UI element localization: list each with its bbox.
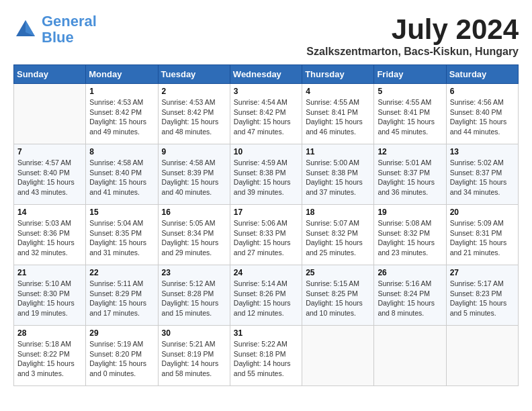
weekday-header-thursday: Thursday bbox=[302, 65, 374, 84]
day-info: Sunrise: 4:53 AMSunset: 8:42 PMDaylight:… bbox=[162, 97, 226, 137]
day-info: Sunrise: 5:21 AMSunset: 8:19 PMDaylight:… bbox=[162, 339, 226, 379]
calendar-cell bbox=[374, 326, 446, 386]
month-title: July 2024 bbox=[306, 13, 519, 46]
day-number: 3 bbox=[234, 87, 298, 96]
calendar-cell: 13Sunrise: 5:02 AMSunset: 8:37 PMDayligh… bbox=[446, 144, 518, 205]
day-info: Sunrise: 5:19 AMSunset: 8:20 PMDaylight:… bbox=[89, 339, 154, 379]
day-number: 16 bbox=[162, 208, 226, 217]
day-number: 17 bbox=[234, 208, 298, 217]
week-row-5: 28Sunrise: 5:18 AMSunset: 8:22 PMDayligh… bbox=[14, 326, 519, 386]
day-info: Sunrise: 5:11 AMSunset: 8:29 PMDaylight:… bbox=[89, 279, 154, 318]
day-info: Sunrise: 4:59 AMSunset: 8:38 PMDaylight:… bbox=[234, 158, 298, 197]
week-row-3: 14Sunrise: 5:03 AMSunset: 8:36 PMDayligh… bbox=[14, 205, 519, 265]
weekday-header-saturday: Saturday bbox=[446, 65, 518, 84]
weekday-header-tuesday: Tuesday bbox=[158, 65, 230, 84]
day-number: 6 bbox=[450, 87, 515, 96]
calendar-cell bbox=[446, 326, 518, 386]
day-info: Sunrise: 4:55 AMSunset: 8:41 PMDaylight:… bbox=[306, 97, 370, 137]
calendar-cell: 15Sunrise: 5:04 AMSunset: 8:35 PMDayligh… bbox=[86, 205, 158, 265]
calendar-cell: 18Sunrise: 5:07 AMSunset: 8:32 PMDayligh… bbox=[302, 205, 374, 265]
calendar-cell: 17Sunrise: 5:06 AMSunset: 8:33 PMDayligh… bbox=[230, 205, 302, 265]
day-number: 10 bbox=[234, 147, 298, 156]
day-number: 23 bbox=[162, 268, 226, 277]
weekday-header-row: SundayMondayTuesdayWednesdayThursdayFrid… bbox=[14, 65, 519, 84]
day-number: 13 bbox=[450, 147, 515, 156]
page-header: General Blue July 2024 Szalkszentmarton,… bbox=[13, 13, 519, 58]
day-info: Sunrise: 5:03 AMSunset: 8:36 PMDaylight:… bbox=[17, 218, 82, 258]
day-number: 31 bbox=[234, 328, 298, 338]
day-info: Sunrise: 5:16 AMSunset: 8:24 PMDaylight:… bbox=[378, 279, 442, 318]
calendar-cell: 28Sunrise: 5:18 AMSunset: 8:22 PMDayligh… bbox=[14, 326, 86, 386]
day-number: 11 bbox=[306, 147, 370, 156]
week-row-2: 7Sunrise: 4:57 AMSunset: 8:40 PMDaylight… bbox=[14, 144, 519, 205]
day-number: 25 bbox=[306, 268, 370, 277]
calendar-cell: 7Sunrise: 4:57 AMSunset: 8:40 PMDaylight… bbox=[14, 144, 86, 205]
logo-icon bbox=[13, 17, 38, 42]
day-info: Sunrise: 4:57 AMSunset: 8:40 PMDaylight:… bbox=[17, 158, 82, 197]
day-info: Sunrise: 5:01 AMSunset: 8:37 PMDaylight:… bbox=[378, 158, 442, 197]
logo-text: General bbox=[42, 13, 97, 30]
calendar-cell: 14Sunrise: 5:03 AMSunset: 8:36 PMDayligh… bbox=[14, 205, 86, 265]
title-block: July 2024 Szalkszentmarton, Bacs-Kiskun,… bbox=[306, 13, 519, 58]
calendar-cell bbox=[302, 326, 374, 386]
day-number: 19 bbox=[378, 208, 442, 217]
calendar-cell: 25Sunrise: 5:15 AMSunset: 8:25 PMDayligh… bbox=[302, 265, 374, 326]
calendar-cell: 19Sunrise: 5:08 AMSunset: 8:32 PMDayligh… bbox=[374, 205, 446, 265]
day-info: Sunrise: 5:18 AMSunset: 8:22 PMDaylight:… bbox=[17, 339, 82, 379]
calendar-table: SundayMondayTuesdayWednesdayThursdayFrid… bbox=[13, 64, 519, 386]
calendar-cell: 12Sunrise: 5:01 AMSunset: 8:37 PMDayligh… bbox=[374, 144, 446, 205]
logo: General Blue bbox=[13, 13, 97, 46]
calendar-cell: 24Sunrise: 5:14 AMSunset: 8:26 PMDayligh… bbox=[230, 265, 302, 326]
calendar-cell: 31Sunrise: 5:22 AMSunset: 8:18 PMDayligh… bbox=[230, 326, 302, 386]
calendar-cell: 30Sunrise: 5:21 AMSunset: 8:19 PMDayligh… bbox=[158, 326, 230, 386]
day-number: 2 bbox=[162, 87, 226, 96]
day-number: 1 bbox=[89, 87, 154, 96]
day-info: Sunrise: 4:55 AMSunset: 8:41 PMDaylight:… bbox=[378, 97, 442, 137]
day-number: 8 bbox=[89, 147, 154, 156]
calendar-cell: 2Sunrise: 4:53 AMSunset: 8:42 PMDaylight… bbox=[158, 84, 230, 144]
day-number: 5 bbox=[378, 87, 442, 96]
calendar-cell: 26Sunrise: 5:16 AMSunset: 8:24 PMDayligh… bbox=[374, 265, 446, 326]
day-number: 14 bbox=[17, 208, 82, 217]
day-number: 29 bbox=[89, 328, 154, 338]
week-row-1: 1Sunrise: 4:53 AMSunset: 8:42 PMDaylight… bbox=[14, 84, 519, 144]
day-info: Sunrise: 5:04 AMSunset: 8:35 PMDaylight:… bbox=[89, 218, 154, 258]
location-title: Szalkszentmarton, Bacs-Kiskun, Hungary bbox=[306, 46, 519, 58]
day-number: 22 bbox=[89, 268, 154, 277]
weekday-header-monday: Monday bbox=[86, 65, 158, 84]
day-info: Sunrise: 4:56 AMSunset: 8:40 PMDaylight:… bbox=[450, 97, 515, 137]
calendar-cell: 3Sunrise: 4:54 AMSunset: 8:42 PMDaylight… bbox=[230, 84, 302, 144]
day-info: Sunrise: 5:07 AMSunset: 8:32 PMDaylight:… bbox=[306, 218, 370, 258]
day-info: Sunrise: 5:02 AMSunset: 8:37 PMDaylight:… bbox=[450, 158, 515, 197]
day-number: 9 bbox=[162, 147, 226, 156]
day-info: Sunrise: 5:22 AMSunset: 8:18 PMDaylight:… bbox=[234, 339, 298, 379]
day-info: Sunrise: 5:15 AMSunset: 8:25 PMDaylight:… bbox=[306, 279, 370, 318]
day-number: 20 bbox=[450, 208, 515, 217]
day-number: 18 bbox=[306, 208, 370, 217]
day-number: 4 bbox=[306, 87, 370, 96]
day-info: Sunrise: 5:17 AMSunset: 8:23 PMDaylight:… bbox=[450, 279, 515, 318]
day-number: 7 bbox=[17, 147, 82, 156]
calendar-cell: 21Sunrise: 5:10 AMSunset: 8:30 PMDayligh… bbox=[14, 265, 86, 326]
calendar-cell: 6Sunrise: 4:56 AMSunset: 8:40 PMDaylight… bbox=[446, 84, 518, 144]
calendar-cell: 8Sunrise: 4:58 AMSunset: 8:40 PMDaylight… bbox=[86, 144, 158, 205]
calendar-cell: 9Sunrise: 4:58 AMSunset: 8:39 PMDaylight… bbox=[158, 144, 230, 205]
weekday-header-sunday: Sunday bbox=[14, 65, 86, 84]
day-number: 30 bbox=[162, 328, 226, 338]
calendar-cell: 23Sunrise: 5:12 AMSunset: 8:28 PMDayligh… bbox=[158, 265, 230, 326]
calendar-cell: 4Sunrise: 4:55 AMSunset: 8:41 PMDaylight… bbox=[302, 84, 374, 144]
calendar-cell: 10Sunrise: 4:59 AMSunset: 8:38 PMDayligh… bbox=[230, 144, 302, 205]
calendar-body: 1Sunrise: 4:53 AMSunset: 8:42 PMDaylight… bbox=[14, 84, 519, 386]
logo-text-blue: Blue bbox=[42, 30, 97, 46]
day-info: Sunrise: 5:00 AMSunset: 8:38 PMDaylight:… bbox=[306, 158, 370, 197]
calendar-cell: 1Sunrise: 4:53 AMSunset: 8:42 PMDaylight… bbox=[86, 84, 158, 144]
day-info: Sunrise: 5:09 AMSunset: 8:31 PMDaylight:… bbox=[450, 218, 515, 258]
day-number: 15 bbox=[89, 208, 154, 217]
calendar-cell: 16Sunrise: 5:05 AMSunset: 8:34 PMDayligh… bbox=[158, 205, 230, 265]
calendar-cell: 11Sunrise: 5:00 AMSunset: 8:38 PMDayligh… bbox=[302, 144, 374, 205]
week-row-4: 21Sunrise: 5:10 AMSunset: 8:30 PMDayligh… bbox=[14, 265, 519, 326]
day-number: 28 bbox=[17, 328, 82, 338]
calendar-cell: 29Sunrise: 5:19 AMSunset: 8:20 PMDayligh… bbox=[86, 326, 158, 386]
calendar-cell: 22Sunrise: 5:11 AMSunset: 8:29 PMDayligh… bbox=[86, 265, 158, 326]
day-info: Sunrise: 5:05 AMSunset: 8:34 PMDaylight:… bbox=[162, 218, 226, 258]
